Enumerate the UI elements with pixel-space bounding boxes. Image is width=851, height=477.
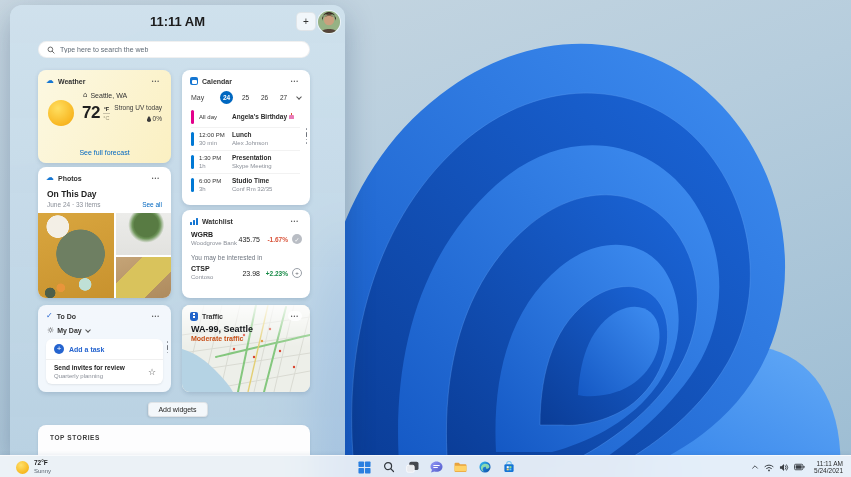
task-title: Send invites for review [54,364,155,371]
unit-celsius[interactable]: °C [103,115,109,121]
wifi-icon [764,463,774,472]
store-icon [503,461,515,473]
task-view-button[interactable] [404,459,421,476]
event-color-bar [191,132,194,146]
weather-location: ⌂ Seattle, WA [83,91,171,99]
watchlist-add-icon[interactable]: + [292,268,302,278]
calendar-widget[interactable]: Calendar ••• May 24 25 26 27 All day [182,70,310,205]
tray-time: 11:11 AM [814,460,843,468]
top-stories-card[interactable]: TOP STORIES [38,425,310,455]
plus-icon: + [303,16,309,27]
stock-row[interactable]: CTSP Contoso 23.98 +2.23% + [182,263,310,284]
add-widget-button[interactable]: + [296,12,316,31]
date-pill-24[interactable]: 24 [220,91,233,104]
stock-row[interactable]: WGRB Woodgrove Bank 435.75 -1.67% ✓ [182,226,310,250]
event-title: Studio Time [232,177,272,185]
store-button[interactable] [500,459,517,476]
weather-condition: Strong UV today [114,104,162,111]
unit-divider [103,113,110,114]
unit-toggle[interactable]: °F °C [103,106,110,121]
unit-fahrenheit[interactable]: °F [104,106,110,112]
todo-scrollbar[interactable] [167,341,169,353]
date-pill-26[interactable]: 26 [258,91,271,104]
calendar-event[interactable]: 1:30 PM 1h Presentation Skype Meeting [191,150,300,173]
edge-icon [479,461,491,473]
desktop: 11:11 AM + [0,0,851,477]
calendar-title: Calendar [202,78,232,85]
chevron-up-icon [751,463,759,471]
calendar-event[interactable]: All day Angela's Birthday [191,107,300,127]
windows-bloom-wallpaper [300,0,851,477]
volume-button[interactable] [779,463,789,472]
calendar-event[interactable]: 12:00 PM 30 min Lunch Alex Johnson [191,127,300,150]
event-duration: 3h [199,185,232,193]
tray-date: 5/24/2021 [814,467,843,475]
event-duration: 30 min [199,139,232,147]
photo-thumbnail[interactable] [116,213,171,255]
system-tray: 11:11 AM 5/24/2021 [751,456,847,477]
photo-thumbnail[interactable] [38,213,114,298]
star-icon[interactable]: ☆ [148,368,156,377]
search-button[interactable] [380,459,397,476]
panel-clock: 11:11 AM [10,14,345,29]
see-full-forecast-link[interactable]: See full forecast [38,149,171,156]
stocks-chart-icon [190,217,198,225]
todo-widget[interactable]: ✓ To Do ••• ☼ My Day + Add a task Send i… [38,305,171,392]
file-explorer-button[interactable] [452,459,469,476]
calendar-scrollbar[interactable] [306,128,308,144]
add-task-row[interactable]: + Add a task [46,339,163,360]
wifi-button[interactable] [764,463,774,472]
traffic-heading: WA-99, Seattle [182,321,310,334]
speaker-icon [779,463,789,472]
task-item[interactable]: Send invites for review Quarterly planni… [46,360,163,384]
chevron-down-icon [85,327,91,333]
tray-clock[interactable]: 11:11 AM 5/24/2021 [810,460,847,475]
event-title: Presentation [232,154,272,162]
watchlist-menu-button[interactable]: ••• [288,216,302,226]
event-subtitle: Conf Rm 32/35 [232,185,272,193]
weather-menu-button[interactable]: ••• [149,76,163,86]
web-search-bar[interactable] [38,41,310,58]
todo-list-selector[interactable]: ☼ My Day [38,321,171,339]
calendar-menu-button[interactable]: ••• [288,76,302,86]
chat-button[interactable] [428,459,445,476]
weather-widget[interactable]: ☁ Weather ••• ⌂ Seattle, WA 72 °F °C Str… [38,70,171,163]
traffic-widget[interactable]: Traffic ••• WA-99, Seattle Moderate traf… [182,305,310,392]
date-pill-25[interactable]: 25 [239,91,252,104]
see-all-link[interactable]: See all [142,201,162,208]
stock-name: Contoso [191,273,213,281]
date-pill-27[interactable]: 27 [277,91,290,104]
photos-widget[interactable]: ☁ Photos ••• On This Day June 24 · 33 it… [38,167,171,298]
search-input[interactable] [60,46,301,53]
calendar-event[interactable]: 6:00 PM 3h Studio Time Conf Rm 32/35 [191,173,300,196]
chevron-down-icon[interactable] [296,94,302,100]
stock-symbol: CTSP [191,265,213,273]
photo-thumbnail[interactable] [116,257,171,299]
event-time: 12:00 PM [199,131,232,139]
chat-icon [430,461,443,473]
traffic-menu-button[interactable]: ••• [288,311,302,321]
photo-collage [38,213,171,298]
stock-name: Woodgrove Bank [191,239,237,247]
taskbar-weather-button[interactable]: 72°F Sunny [10,456,57,477]
event-subtitle: Skype Meeting [232,162,272,170]
start-button[interactable] [356,459,373,476]
edge-button[interactable] [476,459,493,476]
tray-chevron-up-button[interactable] [751,463,759,471]
watchlist-widget[interactable]: Watchlist ••• WGRB Woodgrove Bank 435.75… [182,210,310,298]
event-time: 6:00 PM [199,177,232,185]
task-subtitle: Quarterly planning [54,373,155,379]
search-icon [47,46,55,54]
watchlist-added-icon[interactable]: ✓ [292,234,302,244]
todo-menu-button[interactable]: ••• [149,311,163,321]
top-stories-label: TOP STORIES [38,425,310,441]
temperature-value: 72 [82,103,100,123]
traffic-status: Moderate traffic [182,334,310,342]
calendar-events-list: All day Angela's Birthday 12:00 PM [182,107,310,196]
widgets-panel: 11:11 AM + [10,5,345,455]
user-avatar[interactable] [318,11,340,33]
add-widgets-button[interactable]: Add widgets [147,402,207,417]
photos-title: Photos [58,175,82,182]
battery-button[interactable] [794,463,805,471]
photos-menu-button[interactable]: ••• [149,173,163,183]
